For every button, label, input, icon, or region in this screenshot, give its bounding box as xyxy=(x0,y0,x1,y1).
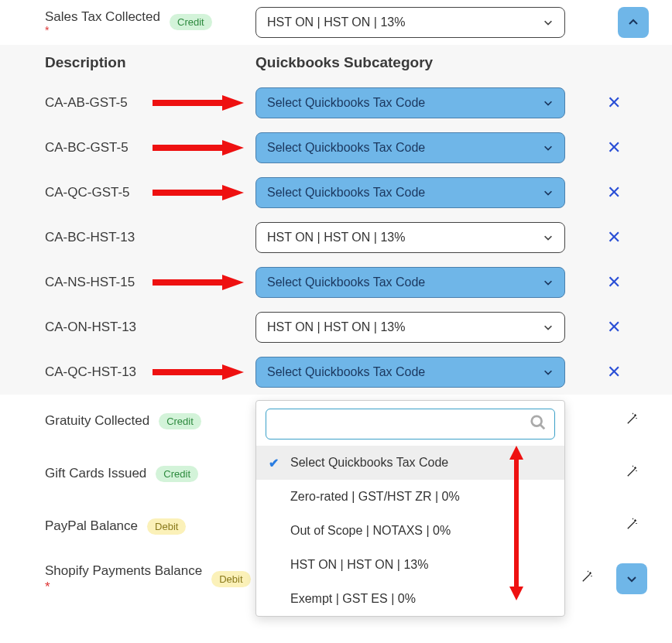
select-value: Select Quickbooks Tax Code xyxy=(267,96,425,110)
svg-line-15 xyxy=(583,574,590,581)
debit-badge: Debit xyxy=(211,571,250,587)
chevron-down-icon xyxy=(543,367,554,378)
remove-button[interactable]: ✕ xyxy=(598,272,629,292)
chevron-down-icon xyxy=(543,142,554,153)
account-label: PayPal Balance xyxy=(45,518,138,534)
svg-point-20 xyxy=(532,416,542,426)
tax-row: CA-ON-HST-13 HST ON | HST ON | 13% ✕ xyxy=(0,305,672,350)
chevron-down-icon xyxy=(543,187,554,198)
remove-button[interactable]: ✕ xyxy=(598,227,629,248)
dropdown-option[interactable]: Zero-rated | GST/HST ZR | 0% xyxy=(256,480,564,514)
dropdown-search[interactable] xyxy=(266,409,555,439)
tax-code-select[interactable]: Select Quickbooks Tax Code xyxy=(255,87,565,118)
select-value: Select Quickbooks Tax Code xyxy=(267,141,425,155)
sales-tax-label: Sales Tax Collected xyxy=(45,9,160,24)
debit-badge: Debit xyxy=(147,518,186,535)
tax-row: CA-BC-GST-5 Select Quickbooks Tax Code ✕ xyxy=(0,125,672,170)
tax-desc: CA-ON-HST-13 xyxy=(45,320,136,335)
dropdown-option[interactable]: Out of Scope | NOTAXS | 0% xyxy=(256,514,564,548)
credit-badge: Credit xyxy=(159,413,201,429)
tax-row: CA-QC-GST-5 Select Quickbooks Tax Code ✕ xyxy=(0,170,672,215)
remove-button[interactable]: ✕ xyxy=(598,317,629,337)
account-label: Shopify Payments Balance * xyxy=(45,563,202,596)
select-value: Select Quickbooks Tax Code xyxy=(267,365,425,379)
tax-desc: CA-AB-GST-5 xyxy=(45,95,128,111)
tax-code-select[interactable]: Select Quickbooks Tax Code xyxy=(255,267,565,298)
credit-badge: Credit xyxy=(156,466,198,482)
select-value: Select Quickbooks Tax Code xyxy=(267,186,425,200)
tax-desc: CA-BC-GST-5 xyxy=(45,140,129,156)
tax-code-select[interactable]: HST ON | HST ON | 13% xyxy=(255,7,565,38)
tax-code-select[interactable]: Select Quickbooks Tax Code xyxy=(255,177,565,208)
chevron-down-icon xyxy=(543,17,554,28)
collapse-button[interactable] xyxy=(618,7,649,38)
select-value: HST ON | HST ON | 13% xyxy=(267,15,405,29)
tax-desc: CA-QC-HST-13 xyxy=(45,364,136,380)
search-icon xyxy=(530,414,547,435)
description-header: Description xyxy=(45,54,126,71)
magic-wand-icon[interactable] xyxy=(616,412,647,430)
tax-desc: CA-QC-GST-5 xyxy=(45,185,130,200)
select-value: Select Quickbooks Tax Code xyxy=(267,275,425,289)
dropdown-search-input[interactable] xyxy=(274,416,525,433)
svg-line-5 xyxy=(628,469,635,476)
tax-code-select[interactable]: Select Quickbooks Tax Code xyxy=(255,357,565,388)
dropdown-option[interactable]: Exempt | GST ES | 0% xyxy=(256,582,564,616)
chevron-down-icon xyxy=(543,277,554,288)
tax-row: CA-AB-GST-5 Select Quickbooks Tax Code ✕ xyxy=(0,80,672,125)
magic-wand-icon[interactable] xyxy=(571,570,602,588)
account-label: Gratuity Collected xyxy=(45,413,149,429)
tax-code-select[interactable]: HST ON | HST ON | 13% xyxy=(255,312,565,343)
tax-desc: CA-BC-HST-13 xyxy=(45,230,135,245)
tax-desc: CA-NS-HST-15 xyxy=(45,275,135,290)
expand-button[interactable] xyxy=(616,563,647,594)
remove-button[interactable]: ✕ xyxy=(598,183,629,203)
tax-row: CA-NS-HST-15 Select Quickbooks Tax Code … xyxy=(0,260,672,305)
magic-wand-icon[interactable] xyxy=(616,465,647,483)
tax-code-select[interactable]: Select Quickbooks Tax Code xyxy=(255,132,565,163)
select-value: HST ON | HST ON | 13% xyxy=(267,320,405,334)
chevron-down-icon xyxy=(543,232,554,243)
svg-line-0 xyxy=(628,416,635,423)
required-asterisk: * xyxy=(45,25,160,36)
tax-code-dropdown[interactable]: Select Quickbooks Tax CodeZero-rated | G… xyxy=(255,400,565,617)
subcategory-header: Quickbooks Subcategory xyxy=(255,54,433,70)
chevron-down-icon xyxy=(543,322,554,333)
select-value: HST ON | HST ON | 13% xyxy=(267,231,405,245)
remove-button[interactable]: ✕ xyxy=(598,362,629,382)
dropdown-option[interactable]: HST ON | HST ON | 13% xyxy=(256,548,564,582)
remove-button[interactable]: ✕ xyxy=(598,138,629,158)
magic-wand-icon[interactable] xyxy=(616,518,647,535)
credit-badge: Credit xyxy=(170,14,212,30)
tax-code-select[interactable]: HST ON | HST ON | 13% xyxy=(255,222,565,253)
tax-row: CA-QC-HST-13 Select Quickbooks Tax Code … xyxy=(0,350,672,395)
account-label: Gift Cards Issued xyxy=(45,466,146,481)
svg-line-10 xyxy=(628,522,635,528)
chevron-down-icon xyxy=(543,97,554,108)
svg-line-21 xyxy=(540,424,545,429)
remove-button[interactable]: ✕ xyxy=(598,93,629,113)
dropdown-option[interactable]: Select Quickbooks Tax Code xyxy=(256,446,564,480)
tax-row: CA-BC-HST-13 HST ON | HST ON | 13% ✕ xyxy=(0,215,672,260)
